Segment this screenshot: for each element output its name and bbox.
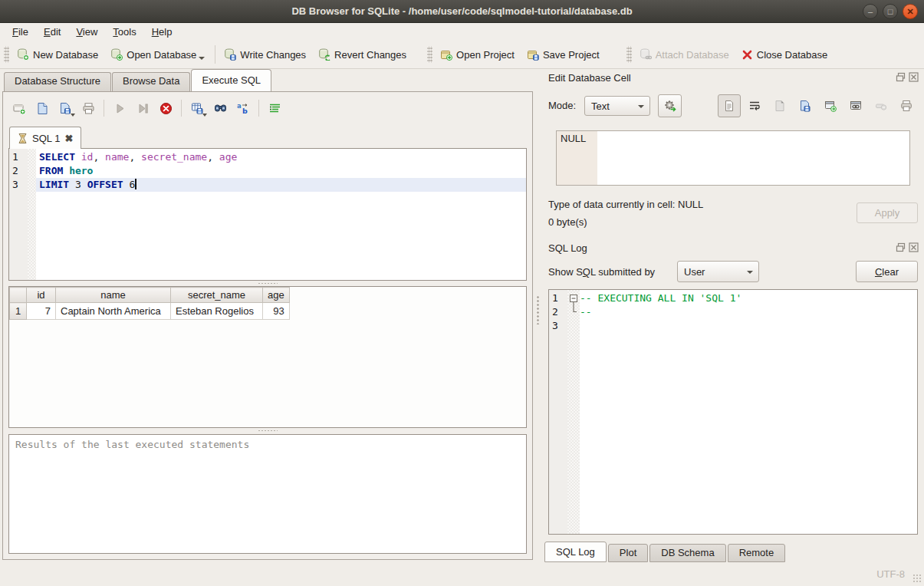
export-data-button[interactable] xyxy=(794,94,817,117)
table-cell[interactable]: 7 xyxy=(27,303,56,320)
float-dock-icon[interactable] xyxy=(896,72,906,82)
minimize-icon[interactable]: – xyxy=(863,4,878,19)
save-sql-dropdown-icon[interactable] xyxy=(71,114,75,117)
table-cell[interactable]: Captain North America xyxy=(56,303,171,320)
open-external-button[interactable] xyxy=(819,94,842,117)
cell-value-editor[interactable]: NULL xyxy=(556,130,910,186)
new-database-button[interactable]: New Database xyxy=(12,45,105,64)
splitter-results-message[interactable] xyxy=(8,428,527,434)
tab-browse-data[interactable]: Browse Data xyxy=(112,72,190,91)
mode-select[interactable]: Text xyxy=(584,96,650,116)
close-database-button[interactable]: Close Database xyxy=(736,46,835,64)
mode-label: Mode: xyxy=(548,100,576,111)
menu-item-help[interactable]: Help xyxy=(144,25,180,39)
table-row[interactable]: 17Captain North AmericaEsteban Rogelios9… xyxy=(10,303,290,320)
print-button[interactable] xyxy=(78,98,98,118)
log-filter-select[interactable]: User xyxy=(677,261,759,282)
print-cell-icon xyxy=(900,100,912,112)
revert-changes-button[interactable]: Revert Changes xyxy=(313,45,413,64)
find-button[interactable] xyxy=(210,98,230,118)
tab-database-structure[interactable]: Database Structure xyxy=(4,72,111,91)
resize-grip[interactable] xyxy=(912,574,922,583)
write-changes-button[interactable]: Write Changes xyxy=(219,45,313,64)
editor-line[interactable]: 1SELECT id, name, secret_name, age xyxy=(9,150,526,164)
menubar: FileEditViewToolsHelp xyxy=(0,23,924,41)
toolbar-drag-handle[interactable] xyxy=(626,46,632,63)
sql-editor[interactable]: 1SELECT id, name, secret_name, age2FROM … xyxy=(8,148,527,281)
open-database-label: Open Database xyxy=(127,49,196,61)
tab-sql-log[interactable]: SQL Log xyxy=(544,542,607,562)
results-table[interactable]: idnamesecret_nameage17Captain North Amer… xyxy=(8,286,527,428)
apply-format-button[interactable] xyxy=(658,94,682,117)
float-dock-icon[interactable] xyxy=(896,242,906,252)
open-database-button[interactable]: Open Database xyxy=(105,45,212,64)
tab-remote[interactable]: Remote xyxy=(728,544,786,562)
close-icon[interactable]: ✕ xyxy=(903,4,918,19)
edit-cell-dock-title: Edit Database Cell xyxy=(548,72,631,84)
column-header-id[interactable]: id xyxy=(27,288,56,303)
log-filter-label: Show SQL submitted by xyxy=(548,266,655,278)
toolbar-separator xyxy=(215,45,215,64)
results-message-box[interactable]: Results of the last executed statements xyxy=(8,434,527,554)
toolbar-separator xyxy=(258,100,259,117)
export-dropdown-icon[interactable] xyxy=(202,114,207,117)
line-number: 1 xyxy=(9,150,28,164)
stop-button[interactable] xyxy=(156,98,176,118)
word-wrap-button[interactable] xyxy=(743,94,766,117)
open-sql-file-button[interactable] xyxy=(32,98,52,118)
menu-item-view[interactable]: View xyxy=(68,25,105,39)
sql-log-editor[interactable]: 1-- EXECUTING ALL IN 'SQL 1'2--3 xyxy=(548,289,918,535)
clear-log-button[interactable]: Clear xyxy=(856,261,918,282)
tab-db-schema[interactable]: DB Schema xyxy=(649,544,725,562)
open-database-dropdown-icon[interactable] xyxy=(199,57,205,60)
close-dock-icon[interactable] xyxy=(909,242,919,252)
set-null-button xyxy=(870,94,893,117)
close-dock-icon[interactable] xyxy=(909,72,919,82)
export-results-button[interactable] xyxy=(187,98,207,118)
toolbar-drag-handle[interactable] xyxy=(4,46,9,63)
table-corner[interactable] xyxy=(10,288,27,303)
line-number: 1 xyxy=(549,291,567,305)
menu-item-tools[interactable]: Tools xyxy=(105,25,143,39)
results-message-text: Results of the last executed statements xyxy=(15,439,249,450)
menu-item-file[interactable]: File xyxy=(5,25,36,39)
column-header-secret_name[interactable]: secret_name xyxy=(171,288,263,303)
word-wrap-icon xyxy=(748,100,761,112)
tab-plot[interactable]: Plot xyxy=(608,544,648,562)
new-tab-button[interactable] xyxy=(9,98,29,118)
maximize-icon[interactable]: □ xyxy=(883,4,898,19)
cell-value-text: NULL xyxy=(561,133,586,144)
revert-changes-label: Revert Changes xyxy=(334,49,406,61)
open-sql-file-icon xyxy=(36,102,49,115)
fold-marker-icon[interactable] xyxy=(569,291,580,319)
log-line: 2-- xyxy=(549,305,917,319)
row-number[interactable]: 1 xyxy=(10,303,27,320)
open-project-button[interactable]: Open Project xyxy=(435,45,521,64)
import-data-button xyxy=(768,94,791,117)
close-tab-icon[interactable]: ✖ xyxy=(64,133,73,144)
save-project-button[interactable]: Save Project xyxy=(521,45,607,64)
find-replace-button[interactable]: ab xyxy=(233,98,253,118)
left-pane: Database Structure Browse Data Execute S… xyxy=(0,69,535,564)
print-icon xyxy=(82,102,95,115)
tab-execute-sql[interactable]: Execute SQL xyxy=(191,69,271,91)
print-cell-button[interactable] xyxy=(895,94,918,117)
menu-item-edit[interactable]: Edit xyxy=(36,25,68,39)
write-changes-icon xyxy=(224,48,236,61)
statusbar: UTF-8 xyxy=(0,564,924,586)
toolbar-drag-handle[interactable] xyxy=(427,46,432,63)
table-cell[interactable]: 93 xyxy=(263,303,290,320)
window-title: DB Browser for SQLite - /home/user/code/… xyxy=(291,5,632,17)
sql-tab[interactable]: SQL 1 ✖ xyxy=(9,127,81,149)
column-header-name[interactable]: name xyxy=(56,288,171,303)
table-cell[interactable]: Esteban Rogelios xyxy=(171,303,263,320)
cell-editor-icons xyxy=(718,94,918,117)
save-sql-file-button[interactable] xyxy=(55,98,75,118)
column-header-age[interactable]: age xyxy=(263,288,290,303)
editor-line[interactable]: 2FROM hero xyxy=(9,164,526,178)
format-sql-button[interactable] xyxy=(265,98,284,118)
copy-link-button[interactable] xyxy=(844,94,867,117)
editor-line[interactable]: 3LIMIT 3 OFFSET 6 xyxy=(9,178,526,192)
splitter-left-right[interactable] xyxy=(535,69,541,564)
text-mode-button[interactable] xyxy=(718,94,741,117)
